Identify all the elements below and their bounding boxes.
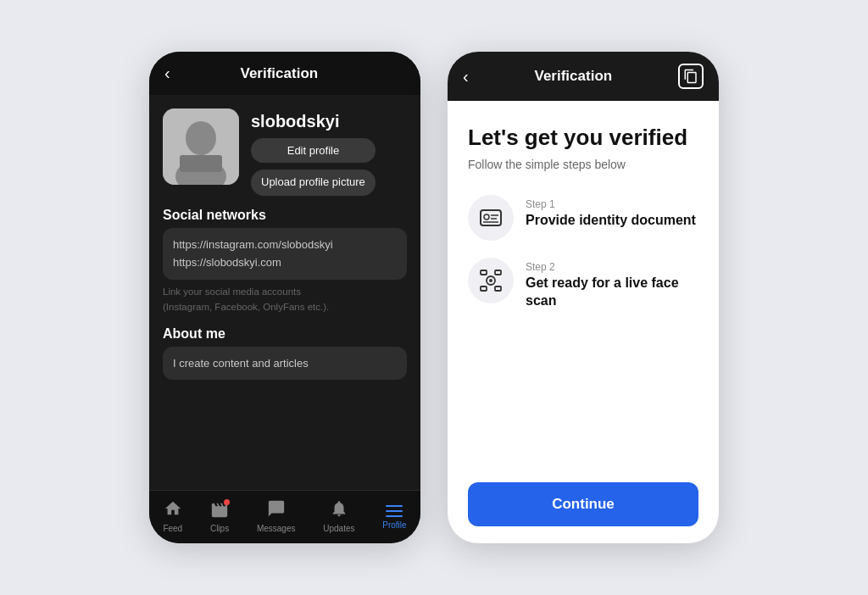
profile-info: slobodskyi Edit profile Upload profile p… (251, 108, 376, 196)
step-2-icon-circle (468, 258, 514, 303)
dark-content: slobodskyi Edit profile Upload profile p… (149, 95, 420, 490)
clips-badge (224, 499, 230, 505)
nav-label-messages: Messages (257, 524, 296, 533)
light-back-button[interactable]: ‹ (463, 67, 469, 86)
nav-item-clips[interactable]: Clips (203, 498, 236, 535)
copy-icon[interactable] (678, 64, 704, 89)
steps-list: Step 1 Provide identity document (468, 195, 698, 310)
nav-label-feed: Feed (163, 524, 182, 533)
svg-point-5 (484, 214, 489, 220)
profile-section: slobodskyi Edit profile Upload profile p… (163, 108, 407, 196)
dark-back-button[interactable]: ‹ (164, 64, 170, 83)
svg-rect-9 (481, 270, 487, 275)
continue-button[interactable]: Continue (468, 482, 698, 526)
verified-title: Let's get you verified (468, 125, 698, 151)
dark-title: Verification (241, 65, 319, 82)
social-networks-title: Social networks (163, 208, 407, 223)
avatar (163, 108, 239, 185)
nav-label-updates: Updates (323, 524, 354, 533)
step-1-icon-circle (468, 195, 514, 241)
nav-item-updates[interactable]: Updates (316, 498, 361, 535)
feed-icon (164, 499, 182, 522)
nav-label-clips: Clips (210, 524, 229, 533)
svg-point-14 (489, 279, 492, 282)
bottom-nav: Feed Clips Messages (149, 490, 420, 543)
upload-picture-button[interactable]: Upload profile picture (251, 170, 376, 196)
edit-profile-button[interactable]: Edit profile (251, 138, 376, 163)
about-me-section: About me I create content and articles (163, 326, 407, 381)
step-2-item: Step 2 Get ready for a live face scan (468, 258, 698, 310)
updates-icon (330, 499, 348, 522)
about-me-content[interactable]: I create content and articles (163, 347, 407, 381)
light-title: Verification (535, 68, 613, 85)
svg-rect-12 (495, 286, 501, 291)
verified-subtitle: Follow the simple steps below (468, 158, 698, 171)
step-1-item: Step 1 Provide identity document (468, 195, 698, 241)
step-2-desc: Get ready for a live face scan (526, 275, 698, 310)
social-networks-section: Social networks https://instagram.com/sl… (163, 208, 407, 314)
social-links-box[interactable]: https://instagram.com/slobodskyi https:/… (163, 228, 407, 281)
step-1-number: Step 1 (526, 198, 696, 210)
light-content: Let's get you verified Follow the simple… (448, 101, 719, 543)
light-phone: ‹ Verification Let's get you verified Fo… (448, 52, 719, 543)
dark-phone: ‹ Verification slobodskyi Edit profi (149, 52, 420, 543)
messages-icon (267, 499, 286, 522)
step-2-text: Step 2 Get ready for a live face scan (526, 258, 698, 310)
nav-item-feed[interactable]: Feed (156, 498, 189, 535)
light-top-bar: ‹ Verification (448, 52, 719, 101)
clips-icon-wrap (210, 500, 229, 522)
nav-item-profile[interactable]: Profile (376, 502, 413, 531)
nav-item-messages[interactable]: Messages (250, 498, 303, 535)
nav-label-profile: Profile (382, 520, 406, 530)
svg-rect-11 (481, 286, 487, 291)
social-hint: Link your social media accounts (Instagr… (163, 285, 407, 314)
step-1-desc: Provide identity document (526, 212, 696, 230)
svg-rect-3 (180, 155, 222, 172)
profile-name: slobodskyi (251, 112, 376, 131)
profile-menu-icon (384, 503, 404, 519)
step-1-text: Step 1 Provide identity document (526, 195, 696, 230)
svg-rect-10 (495, 270, 501, 275)
step-2-number: Step 2 (526, 261, 698, 273)
about-me-title: About me (163, 326, 407, 342)
dark-top-bar: ‹ Verification (149, 52, 420, 95)
svg-point-1 (186, 121, 216, 155)
main-container: ‹ Verification slobodskyi Edit profi (0, 18, 868, 577)
